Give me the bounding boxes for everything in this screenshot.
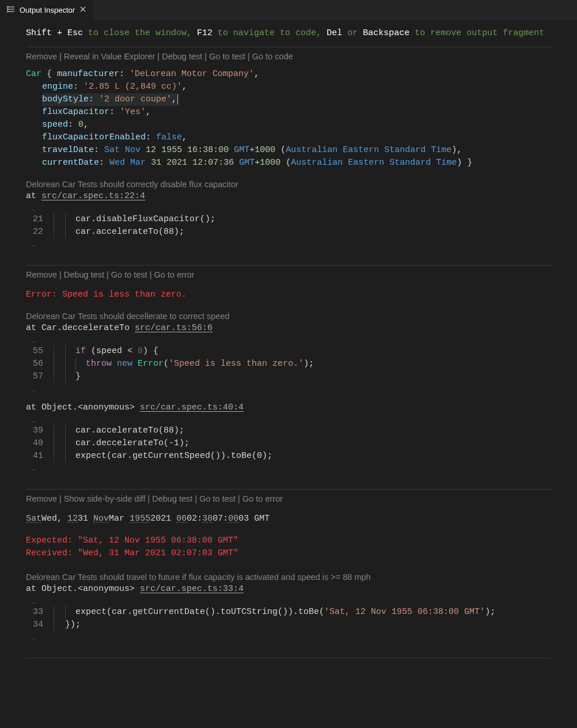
- tab-title: Output Inspector: [20, 6, 75, 14]
- stack-frame: at src/car.spec.ts:22:4: [26, 190, 551, 203]
- stack-frame: at Car.deccelerateTo src/car.ts:56:6: [26, 322, 551, 335]
- svg-point-4: [7, 9, 9, 10]
- test-name: Delorean Car Tests should decellerate to…: [26, 312, 551, 321]
- code-snippet: …33expect(car.getCurrentDate().toUTCStri…: [26, 596, 551, 642]
- action-bar: Remove | Reveal in Value Explorer | Debu…: [26, 52, 551, 61]
- action-debug-test[interactable]: Debug test: [152, 494, 192, 503]
- action-bar: Remove | Debug test | Go to test | Go to…: [26, 270, 551, 279]
- action-remove[interactable]: Remove: [26, 270, 57, 279]
- source-link[interactable]: src/car.spec.ts:33:4: [140, 584, 244, 594]
- test-name: Delorean Car Tests should correctly disa…: [26, 180, 551, 189]
- list-icon: [7, 5, 16, 16]
- source-link[interactable]: src/car.ts:56:6: [135, 323, 212, 333]
- code-line: 21car.disableFluxCapacitor();: [26, 213, 551, 226]
- divider: [26, 47, 551, 47]
- code-snippet: …21car.disableFluxCapacitor();22car.acce…: [26, 203, 551, 249]
- code-line: 34});: [26, 619, 551, 631]
- close-icon[interactable]: [78, 5, 88, 16]
- action-go-to-test[interactable]: Go to test: [111, 270, 147, 279]
- code-snippet: …39car.accelerateTo(88);40car.deccelerat…: [26, 414, 551, 473]
- keyboard-hint: Shift + Esc to close the window, F12 to …: [26, 27, 551, 40]
- tab-bar: Output Inspector: [0, 0, 577, 20]
- action-go-to-code[interactable]: Go to code: [252, 52, 293, 61]
- code-line: 55if (speed < 0) {: [26, 345, 551, 358]
- action-show-side-by-side-diff[interactable]: Show side-by-side diff: [64, 494, 146, 503]
- stack-frame: at Object.<anonymous> src/car.spec.ts:33…: [26, 583, 551, 596]
- action-bar: Remove | Show side-by-side diff | Debug …: [26, 494, 551, 503]
- action-remove[interactable]: Remove: [26, 494, 57, 503]
- code-line: 33expect(car.getCurrentDate().toUTCStrin…: [26, 606, 551, 619]
- test-name: Delorean Car Tests should travel to futu…: [26, 572, 551, 582]
- code-line: 39car.accelerateTo(88);: [26, 424, 551, 437]
- action-go-to-test[interactable]: Go to test: [199, 494, 236, 503]
- source-link[interactable]: src/car.spec.ts:22:4: [41, 191, 145, 201]
- expected-line: Expected: "Sat, 12 Nov 1955 06:38:00 GMT…: [26, 534, 551, 547]
- source-link[interactable]: src/car.spec.ts:40:4: [140, 403, 244, 412]
- code-line: 40car.deccelerateTo(-1);: [26, 437, 551, 450]
- diff-inline: SatWed, 1231 NovMar 19552021 0602:3807:0…: [26, 513, 551, 525]
- code-line: 57}: [26, 370, 551, 383]
- action-debug-test[interactable]: Debug test: [64, 270, 104, 279]
- code-snippet: …55if (speed < 0) {56throw new Error('Sp…: [26, 335, 551, 393]
- stack-frame: at Object.<anonymous> src/car.spec.ts:40…: [26, 401, 551, 414]
- code-line: 41expect(car.getCurrentSpeed()).toBe(0);: [26, 450, 551, 462]
- action-go-to-test[interactable]: Go to test: [209, 52, 245, 61]
- divider: [26, 658, 551, 658]
- divider: [26, 489, 551, 490]
- divider: [26, 265, 551, 266]
- error-message: Error: Speed is less than zero.: [26, 289, 551, 301]
- code-line: 22car.accelerateTo(88);: [26, 226, 551, 238]
- svg-point-3: [7, 6, 9, 7]
- received-line: Received: "Wed, 31 Mar 2021 02:07:03 GMT…: [26, 547, 551, 560]
- object-dump: Car { manufacturer: 'DeLorean Motor Comp…: [26, 68, 551, 169]
- svg-point-5: [7, 11, 9, 12]
- code-line: 56throw new Error('Speed is less than ze…: [26, 358, 551, 370]
- tab-output-inspector[interactable]: Output Inspector: [0, 0, 93, 20]
- action-reveal-in-value-explorer[interactable]: Reveal in Value Explorer: [64, 52, 155, 61]
- action-go-to-error[interactable]: Go to error: [242, 494, 283, 503]
- action-debug-test[interactable]: Debug test: [162, 52, 202, 61]
- action-go-to-error[interactable]: Go to error: [154, 270, 195, 279]
- action-remove[interactable]: Remove: [26, 52, 57, 61]
